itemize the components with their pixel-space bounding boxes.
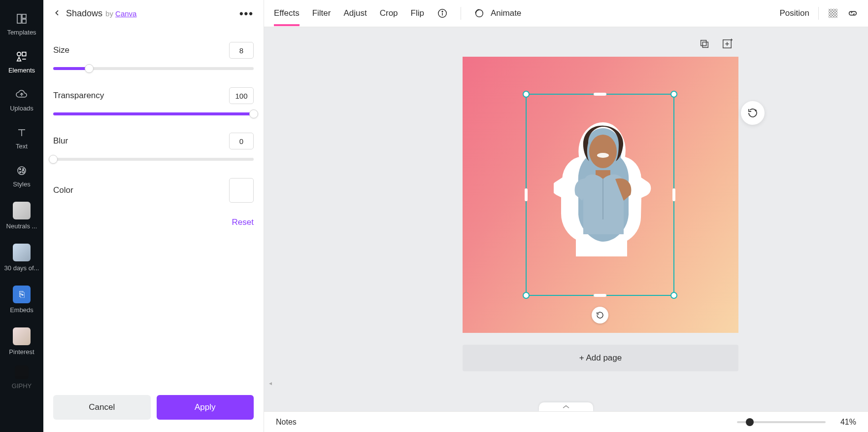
color-swatch[interactable] [229, 178, 254, 203]
link-icon[interactable] [847, 8, 858, 19]
svg-point-3 [17, 52, 21, 56]
svg-rect-4 [22, 52, 26, 56]
resize-handle-l[interactable] [525, 188, 528, 201]
giphy-icon [15, 365, 29, 379]
slider-fill [53, 112, 254, 115]
sidebar-item-label: Embeds [10, 306, 33, 314]
blur-input[interactable] [229, 133, 254, 149]
transparency-control-row: Transparency [53, 87, 254, 104]
tab-filter[interactable]: Filter [312, 1, 331, 25]
panel-byline: by Canva [105, 9, 136, 18]
slider-thumb[interactable] [49, 155, 58, 164]
back-button[interactable] [53, 8, 61, 19]
notes-button[interactable]: Notes [276, 418, 297, 427]
sidebar: Templates Elements Uploads Text Styles [0, 0, 43, 432]
zoom-value[interactable]: 41% [832, 418, 856, 427]
svg-point-9 [22, 171, 25, 173]
page-list-toggle[interactable] [539, 402, 593, 411]
scrollbar-h-icon[interactable]: ◂ [269, 380, 272, 387]
resize-handle-br[interactable] [670, 292, 677, 299]
reset-row: Reset [53, 217, 254, 227]
size-slider[interactable] [53, 64, 254, 73]
rotate-handle[interactable] [592, 307, 608, 324]
blur-label: Blur [53, 136, 229, 146]
resize-handle-tl[interactable] [523, 91, 530, 98]
animate-icon[interactable] [474, 8, 485, 19]
toolbar-right: Position [780, 1, 858, 25]
sidebar-item-pinterest[interactable]: Pinterest [0, 321, 43, 362]
apply-button[interactable]: Apply [157, 395, 254, 420]
canvas-area[interactable]: + Add page ◂ [264, 27, 868, 411]
sidebar-item-styles[interactable]: Styles [0, 157, 43, 195]
svg-point-12 [442, 11, 443, 12]
sidebar-item-label: Uploads [10, 105, 33, 112]
tab-flip[interactable]: Flip [411, 1, 424, 25]
reset-button[interactable]: Reset [232, 217, 254, 227]
tab-effects[interactable]: Effects [274, 1, 300, 25]
embeds-icon: ⎘ [13, 286, 31, 303]
blur-slider[interactable] [53, 154, 254, 164]
panel-body: Size Transparency Blur [43, 27, 264, 390]
svg-rect-0 [17, 14, 21, 23]
slider-fill [53, 67, 89, 70]
size-input[interactable] [229, 42, 254, 59]
resize-handle-tr[interactable] [670, 91, 677, 98]
canva-link[interactable]: Canva [115, 9, 136, 18]
folder-thumb-icon [13, 327, 31, 345]
transparency-label: Transparency [53, 91, 229, 101]
sidebar-item-embeds[interactable]: ⎘ Embeds [0, 279, 43, 321]
tab-animate[interactable]: Animate [491, 1, 521, 25]
resize-handle-bl[interactable] [523, 292, 530, 299]
transparency-icon[interactable] [828, 8, 838, 19]
more-button[interactable]: ••• [239, 7, 254, 20]
sidebar-item-text[interactable]: Text [0, 119, 43, 157]
styles-icon [15, 164, 29, 178]
cancel-button[interactable]: Cancel [53, 395, 151, 420]
slider-thumb[interactable] [85, 64, 94, 73]
svg-rect-17 [701, 40, 706, 46]
sidebar-item-label: Elements [8, 67, 35, 74]
bottom-bar: Notes 41% [264, 411, 868, 432]
size-control-row: Size [53, 42, 254, 59]
sidebar-item-neutrals[interactable]: Neutrals ... [0, 195, 43, 237]
sidebar-item-giphy[interactable]: GIPHY [0, 362, 43, 393]
page-canvas[interactable] [463, 57, 738, 333]
position-button[interactable]: Position [780, 1, 809, 25]
duplicate-page-button[interactable] [698, 37, 711, 51]
elements-icon [15, 50, 29, 64]
templates-icon [15, 12, 29, 26]
zoom-control: 41% [737, 418, 856, 427]
add-page-button[interactable] [720, 37, 734, 51]
add-page-label: + Add page [579, 353, 622, 363]
zoom-thumb[interactable] [746, 418, 754, 426]
svg-point-7 [23, 169, 24, 170]
sidebar-item-uploads[interactable]: Uploads [0, 81, 43, 119]
sidebar-item-30days[interactable]: 30 days of... [0, 237, 43, 279]
comments-button[interactable] [741, 101, 765, 125]
resize-handle-r[interactable] [672, 188, 675, 201]
resize-handle-b[interactable] [594, 294, 606, 297]
add-page-bar[interactable]: + Add page [463, 345, 738, 371]
panel-header: Shadows by Canva ••• [43, 0, 264, 27]
panel-footer: Cancel Apply [43, 390, 264, 432]
effects-panel: Shadows by Canva ••• Size Transparency [43, 0, 264, 432]
selection-box[interactable] [526, 94, 674, 296]
color-label: Color [53, 185, 229, 195]
sidebar-item-label: Styles [13, 180, 30, 188]
tab-adjust[interactable]: Adjust [343, 1, 367, 25]
sidebar-item-templates[interactable]: Templates [0, 5, 43, 43]
zoom-slider[interactable] [737, 421, 826, 423]
blur-control-row: Blur [53, 133, 254, 149]
transparency-input[interactable] [229, 87, 254, 104]
resize-handle-t[interactable] [594, 93, 606, 96]
slider-thumb[interactable] [249, 109, 258, 118]
uploads-icon [15, 88, 29, 102]
tab-crop[interactable]: Crop [380, 1, 398, 25]
toolbar-separator [818, 7, 819, 20]
sidebar-item-label: Text [16, 143, 28, 150]
svg-point-5 [18, 167, 26, 175]
slider-track [53, 158, 254, 161]
transparency-slider[interactable] [53, 109, 254, 119]
info-icon[interactable] [437, 8, 448, 19]
sidebar-item-elements[interactable]: Elements [0, 43, 43, 81]
